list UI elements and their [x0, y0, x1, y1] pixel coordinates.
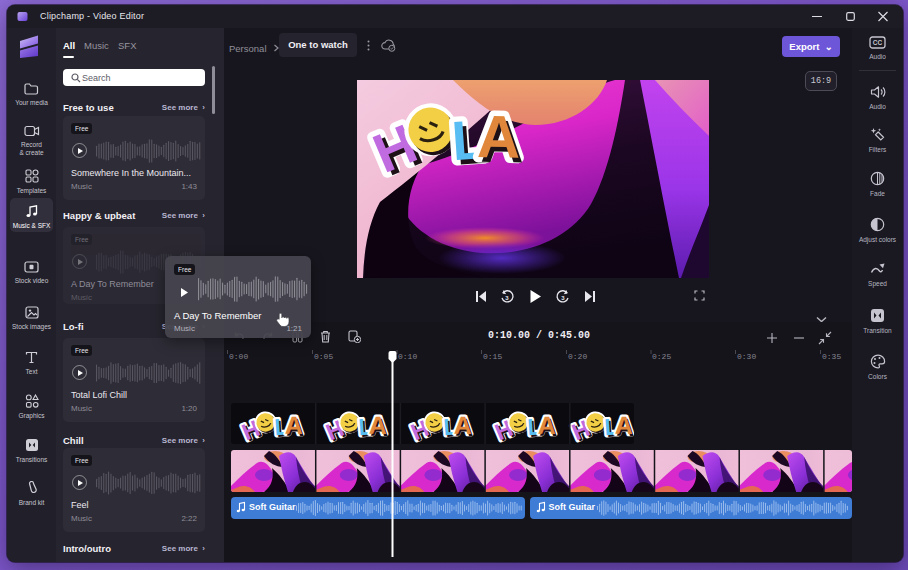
svg-text:3: 3: [505, 295, 509, 301]
svg-text:CC: CC: [873, 39, 883, 46]
svg-text:3: 3: [561, 295, 565, 301]
